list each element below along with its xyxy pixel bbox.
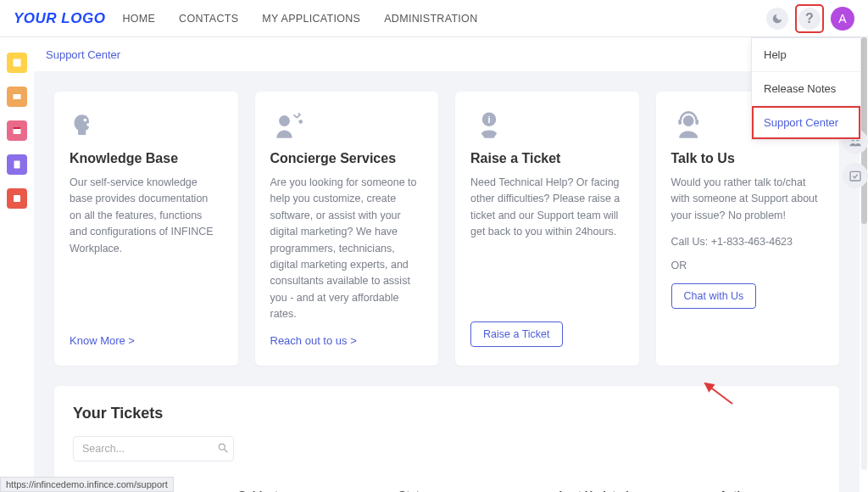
svg-point-18: [219, 444, 225, 450]
col-status[interactable]: Status: [398, 489, 559, 492]
svg-point-10: [86, 123, 90, 126]
card-raise-ticket: i Raise a Ticket Need Technical Help? Or…: [455, 92, 639, 366]
rail-item-1[interactable]: [7, 53, 27, 73]
nav-my-applications[interactable]: MY APPLICATIONS: [262, 13, 360, 25]
topbar-right: ? A: [766, 6, 854, 31]
card-body: Our self-service knowledge base provides…: [70, 175, 223, 257]
card-title: Talk to Us: [671, 151, 825, 166]
card-concierge: Concierge Services Are you looking for s…: [255, 92, 439, 366]
svg-point-9: [89, 119, 92, 122]
calendar-check-icon: [849, 169, 862, 182]
svg-point-14: [682, 115, 693, 126]
svg-rect-0: [14, 59, 21, 67]
help-menu-release-notes[interactable]: Release Notes: [752, 72, 860, 106]
ticket-hand-icon: i: [470, 109, 624, 143]
breadcrumb-bar: Support Center: [34, 37, 868, 71]
primary-nav: HOME CONTACTS MY APPLICATIONS ADMINISTRA…: [122, 13, 477, 25]
svg-line-19: [225, 450, 228, 453]
call-us-text: Call Us: +1-833-463-4623: [671, 236, 825, 248]
svg-text:i: i: [487, 115, 490, 125]
breadcrumb-support-center[interactable]: Support Center: [46, 48, 120, 61]
card-title: Knowledge Base: [70, 151, 223, 166]
card-body: Are you looking for someone to help you …: [270, 175, 424, 322]
user-avatar[interactable]: A: [831, 7, 854, 31]
svg-rect-16: [695, 120, 698, 125]
col-last-updated[interactable]: Last Updated: [559, 489, 719, 492]
raise-ticket-button[interactable]: Raise a Ticket: [470, 321, 563, 347]
tools-person-icon: [270, 109, 424, 143]
tickets-search: [73, 436, 821, 461]
rail-item-3[interactable]: [7, 120, 27, 141]
help-dropdown: Help Release Notes Support Center: [751, 37, 861, 140]
reach-out-link[interactable]: Reach out to us >: [270, 334, 424, 347]
brain-icon: [70, 109, 223, 143]
svg-rect-15: [678, 120, 682, 125]
left-rail: [0, 37, 34, 492]
rail-item-5[interactable]: [7, 188, 27, 209]
card-title: Concierge Services: [270, 151, 424, 166]
svg-point-8: [84, 119, 87, 122]
search-icon: [217, 442, 229, 454]
support-cards-row: Knowledge Base Our self-service knowledg…: [54, 92, 839, 366]
your-tickets-title: Your Tickets: [73, 405, 821, 422]
col-action: Action: [720, 489, 815, 492]
help-button-highlight: ?: [797, 6, 822, 31]
theme-toggle[interactable]: [766, 8, 788, 30]
tickets-header-row: Ticket ID Subject Status Last Updated Ac…: [73, 480, 821, 492]
svg-rect-7: [850, 171, 860, 181]
nav-contacts[interactable]: CONTACTS: [179, 13, 238, 25]
rail-item-4[interactable]: [7, 154, 27, 175]
browser-status-bar: https://infincedemo.infince.com/support: [0, 477, 174, 492]
card-body: Would you rather talk to/chat with someo…: [671, 175, 825, 224]
card-knowledge-base: Knowledge Base Our self-service knowledg…: [54, 92, 238, 366]
card-title: Raise a Ticket: [470, 151, 624, 166]
logo[interactable]: YOUR LOGO: [14, 10, 105, 27]
or-text: OR: [671, 260, 825, 271]
main-scrollbar[interactable]: [861, 37, 867, 470]
question-icon: ?: [805, 11, 814, 26]
svg-rect-3: [14, 161, 20, 169]
search-input[interactable]: [73, 436, 234, 461]
status-url: https://infincedemo.infince.com/support: [6, 479, 168, 489]
nav-administration[interactable]: ADMINISTRATION: [384, 13, 477, 25]
float-calendar[interactable]: [843, 163, 868, 188]
svg-rect-2: [14, 127, 21, 129]
col-subject[interactable]: Subject: [238, 489, 398, 492]
rail-item-2[interactable]: [7, 87, 27, 107]
svg-rect-4: [14, 195, 20, 202]
help-menu-help[interactable]: Help: [752, 38, 860, 72]
help-button[interactable]: ?: [798, 8, 821, 30]
chat-with-us-button[interactable]: Chat with Us: [671, 283, 757, 309]
moon-icon: [771, 13, 783, 25]
card-body: Need Technical Help? Or facing other dif…: [470, 175, 624, 241]
help-menu-support-center[interactable]: Support Center: [752, 106, 860, 139]
top-bar: YOUR LOGO HOME CONTACTS MY APPLICATIONS …: [0, 0, 868, 37]
main-content: Knowledge Base Our self-service knowledg…: [34, 71, 860, 492]
svg-point-11: [279, 115, 290, 126]
know-more-link[interactable]: Know More >: [70, 334, 223, 347]
nav-home[interactable]: HOME: [122, 13, 155, 25]
